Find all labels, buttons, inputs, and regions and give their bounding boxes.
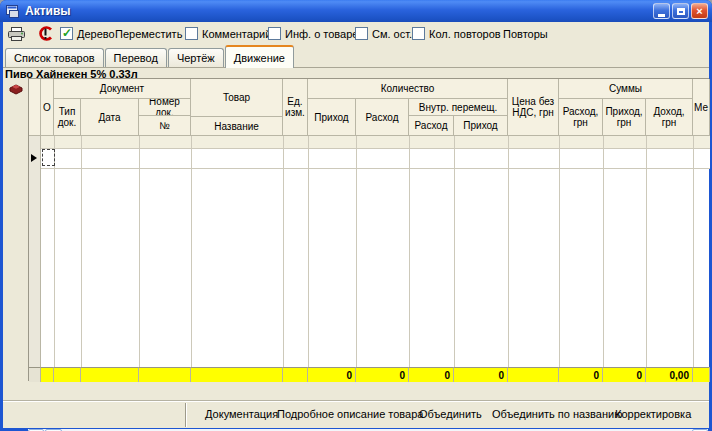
tree-checkbox[interactable] [60,27,73,40]
close-button[interactable]: × [691,3,708,19]
toolbar: Дерево Переместить Комментарий Инф. о то… [3,22,709,45]
current-row-marker-icon [31,154,37,162]
total-sum-expense: 0 [559,367,603,382]
col-header-price-no-vat: Цена без НДС, грн [508,79,559,136]
tab-goods-list[interactable]: Список товаров [5,48,104,67]
bottom-bar: Документация Подробное описание товара О… [3,400,709,428]
total-sum-profit: 0,00 [646,367,693,382]
bottom-bar-divider [185,403,187,427]
see-balance-checkbox[interactable] [355,27,368,40]
col-header-internal-expense: Расход [409,116,454,136]
tabstrip: Список товаров Перевод Чертёж Движение [3,45,709,68]
maximize-button[interactable] [672,3,689,19]
col-header-income: Приход [308,99,356,136]
move-button[interactable]: Переместить [115,22,182,45]
col-header-sum-income: Приход, грн [603,99,646,136]
correction-button[interactable]: Корректировка [615,401,691,428]
documentation-button[interactable]: Документация [205,401,278,428]
window-title: Активы [25,4,71,18]
minimize-icon [658,14,665,17]
total-internal-expense: 0 [409,367,454,382]
print-report-icon[interactable] [8,82,24,100]
col-header-doc-type: Тип док. [54,99,81,136]
merge-button[interactable]: Объединить [419,401,482,428]
product-info-checkbox-label: Инф. о товаре [285,28,358,40]
merge-by-name-button[interactable]: Объединить по названию [492,401,622,428]
app-icon [6,5,21,18]
col-header-sum-expense: Расход, грн [559,99,603,136]
movement-grid: О Документ Тип док. Дата Номер док. № То… [28,78,709,381]
total-internal-income: 0 [454,367,508,382]
repeat-count-checkbox-label: Кол. повторов [429,28,501,40]
col-header-expense: Расход [356,99,409,136]
col-header-doc-number: Номер док. [139,99,191,116]
comment-checkbox[interactable] [185,27,198,40]
total-sum-income: 0 [603,367,646,382]
printer-icon [8,27,25,41]
row-header-column [29,136,41,367]
col-header-item-name: Название [191,117,283,136]
focused-cell[interactable] [42,149,55,166]
refresh-icon [38,25,53,42]
repeats-button[interactable]: Повторы [503,22,548,45]
total-income: 0 [308,367,356,382]
product-info-checkbox[interactable] [268,27,281,40]
filter-row[interactable] [41,136,710,148]
col-group-internal-movement: Внутр. перемещ. [409,99,508,116]
detailed-description-button[interactable]: Подробное описание товара [277,401,423,428]
col-header-place: Ме [693,79,710,136]
minimize-button[interactable] [653,3,670,19]
col-header-unit: Ед. изм. [283,79,308,136]
totals-row-header [29,367,41,382]
col-group-sums: Суммы [559,79,693,99]
tree-checkbox-label: Дерево [77,28,115,40]
col-header-date: Дата [81,99,139,136]
total-expense: 0 [356,367,409,382]
titlebar: Активы × [0,0,712,22]
col-header-internal-income: Приход [454,116,508,136]
col-header-o: О [41,79,54,136]
col-header-number: № [139,116,191,136]
print-button[interactable] [8,22,25,45]
see-balance-checkbox-label: См. ост. [372,28,412,40]
grid-corner-header [29,79,41,136]
tab-movement[interactable]: Движение [225,45,294,68]
col-header-sum-profit: Доход, грн [646,99,693,136]
movement-tab-page: Пиво Хайнекен 5% 0,33л О Документ Тип до… [3,68,709,400]
tab-translation[interactable]: Перевод [105,48,167,67]
window-body: Дерево Переместить Комментарий Инф. о то… [3,22,709,428]
col-group-quantity: Количество [308,79,508,99]
app-window: Активы × [0,0,712,431]
refresh-button[interactable] [38,22,53,45]
comment-checkbox-label: Комментарий [202,28,271,40]
col-group-item: Товар [191,79,283,117]
data-row[interactable] [41,148,710,168]
tab-drawing[interactable]: Чертёж [168,48,224,67]
col-group-document: Документ [54,79,191,99]
repeat-count-checkbox[interactable] [412,27,425,40]
maximize-icon [677,8,685,15]
